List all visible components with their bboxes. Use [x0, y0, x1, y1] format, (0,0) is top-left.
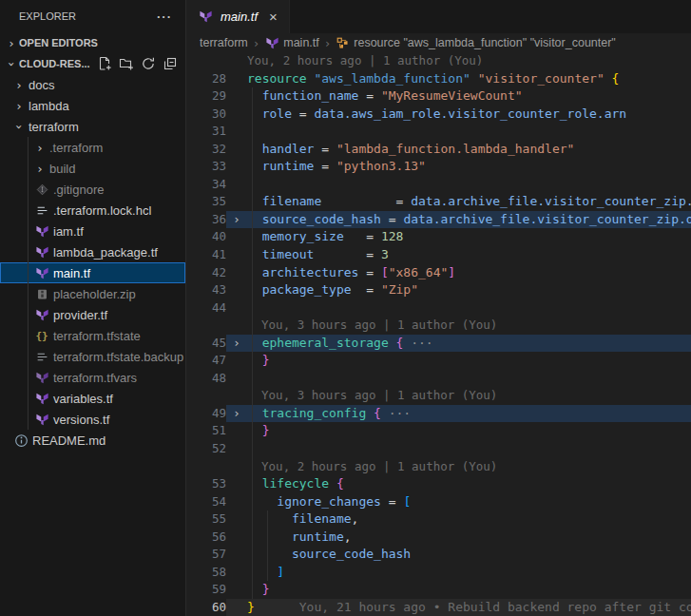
fold-column — [226, 264, 247, 282]
editor-line-59[interactable]: 59 } — [186, 581, 691, 599]
editor-line-41[interactable]: 41 timeout = 3 — [186, 246, 691, 264]
fold-column — [226, 299, 247, 318]
code-line: runtime = "python3.13" — [247, 158, 691, 176]
editor-line-57[interactable]: 57 source_code_hash — [186, 546, 691, 564]
editor-line-60[interactable]: 60} You, 21 hours ago • Rebuild backend … — [186, 599, 691, 616]
new-file-icon[interactable] — [97, 56, 112, 71]
editor-line-31[interactable]: 31 — [186, 123, 691, 141]
editor-line-42[interactable]: 42 architectures = ["x86_64"] — [186, 264, 691, 282]
code-line: source_code_hash = data.archive_file.vis… — [247, 211, 691, 229]
editor-line-55[interactable]: 55 filename, — [186, 510, 691, 529]
code-line: You, 3 hours ago | 1 author (You) — [247, 317, 691, 335]
new-folder-icon[interactable] — [119, 56, 134, 71]
line-body: › source_code_hash = data.archive_file.v… — [226, 211, 691, 229]
editor-line-58[interactable]: 58 ] — [186, 564, 691, 582]
tab-main-tf[interactable]: main.tf × — [186, 0, 290, 33]
token-attr: architectures — [247, 265, 358, 279]
token-kw: resource — [247, 71, 307, 86]
editor-line-49[interactable]: 49› tracing_config { ··· — [186, 405, 691, 423]
editor-line-45[interactable]: 45› ephemeral_storage { ··· — [186, 335, 691, 353]
code-line: ignore_changes = [ — [247, 493, 691, 511]
tab-title: main.tf — [221, 10, 258, 24]
breadcrumb-label: terraform — [200, 36, 248, 49]
token-op: = — [321, 194, 411, 208]
line-number: 32 — [186, 141, 226, 159]
token-op: = — [292, 106, 314, 121]
code-editor[interactable]: You, 2 hours ago | 1 author (You)28resou… — [186, 52, 691, 616]
token-attr: handler — [247, 142, 314, 156]
line-body: timeout = 3 — [226, 246, 691, 264]
line-body — [226, 370, 691, 388]
tree-item-docs[interactable]: ›docs — [0, 74, 185, 95]
editor-line-56[interactable]: 56 runtime, — [186, 529, 691, 547]
chevron-down-icon: › — [12, 119, 27, 134]
terraform-icon — [32, 244, 51, 260]
line-body: runtime = "python3.13" — [226, 158, 691, 176]
editor-line-36[interactable]: 36› source_code_hash = data.archive_file… — [186, 211, 691, 229]
editor-line-34[interactable]: 34 — [186, 176, 691, 194]
editor-line-30[interactable]: 30 role = data.aws_iam_role.visitor_coun… — [186, 106, 691, 124]
token-attr: data.aws_iam_role.visitor_counter_role.a… — [314, 106, 626, 121]
line-body: memory_size = 128 — [226, 228, 691, 246]
line-number: 42 — [186, 264, 226, 282]
workspace-section-header[interactable]: › CLOUD-RES... — [0, 53, 185, 74]
fold-column — [226, 70, 247, 88]
fold-column — [226, 510, 247, 529]
token-op: = — [352, 282, 381, 297]
token-attr: package_type — [247, 282, 352, 297]
breadcrumb-item-folder[interactable]: terraform — [200, 36, 248, 49]
more-actions-icon[interactable]: ··· — [157, 10, 172, 24]
refresh-icon[interactable] — [141, 56, 156, 71]
breadcrumb-item-file[interactable]: main.tf — [264, 35, 319, 50]
line-number: 30 — [186, 106, 226, 124]
collapse-all-icon[interactable] — [163, 56, 178, 71]
token-attr: role — [247, 106, 292, 121]
terraform-icon — [32, 391, 51, 406]
code-line — [247, 176, 691, 194]
fold-chevron-icon[interactable]: › — [226, 335, 247, 353]
line-number — [186, 52, 226, 70]
token-num: 128 — [381, 229, 403, 243]
line-body — [226, 299, 691, 318]
fold-chevron-icon[interactable]: › — [226, 211, 247, 229]
editor-line-33[interactable]: 33 runtime = "python3.13" — [186, 158, 691, 176]
tree-item-terraform[interactable]: ›terraform — [0, 116, 185, 137]
tree-item-label: provider.tf — [53, 308, 107, 322]
editor-line-53[interactable]: 53 lifecycle { — [186, 475, 691, 493]
editor-line-35[interactable]: 35 filename = data.archive_file.visitor_… — [186, 193, 691, 211]
tree-item-readme-md[interactable]: README.md — [0, 430, 185, 451]
editor-line-44[interactable]: 44 — [186, 299, 691, 318]
tree-item-label: terraform.tfstate — [53, 329, 141, 343]
fold-chevron-icon[interactable]: › — [226, 405, 247, 423]
editor-line-51[interactable]: 51 } — [186, 422, 691, 440]
fold-column — [226, 123, 247, 141]
editor-line-29[interactable]: 29 function_name = "MyResumeViewCount" — [186, 87, 691, 106]
token-kw: lifecycle — [247, 476, 329, 491]
editor-line-43[interactable]: 43 package_type = "Zip" — [186, 281, 691, 299]
token-kw: ephemeral_storage — [247, 336, 389, 350]
editor-line-48[interactable]: 48 — [186, 370, 691, 388]
token-attr: data.archive_file.visitor_counter_zip.ou — [403, 212, 691, 226]
open-editors-section[interactable]: › OPEN EDITORS — [0, 32, 185, 53]
code-line: ] — [247, 564, 691, 582]
fold-column — [226, 246, 247, 264]
editor-line-54[interactable]: 54 ignore_changes = [ — [186, 493, 691, 511]
fold-column — [226, 529, 247, 547]
token-op: = — [358, 265, 380, 279]
editor-line-47[interactable]: 47 } — [186, 352, 691, 370]
close-icon[interactable]: × — [267, 8, 279, 26]
breadcrumb-item-symbol[interactable]: resource "aws_lambda_function" "visitor_… — [336, 35, 616, 50]
code-line: filename = data.archive_file.visitor_cou… — [247, 193, 691, 211]
editor-line-52[interactable]: 52 — [186, 440, 691, 458]
tree-item-lambda[interactable]: ›lambda — [0, 95, 185, 116]
token-dots: ··· — [381, 406, 411, 420]
editor-line-28[interactable]: 28resource "aws_lambda_function" "visito… — [186, 70, 691, 88]
line-number: 45 — [186, 335, 226, 353]
editor-line-40[interactable]: 40 memory_size = 128 — [186, 228, 691, 246]
tree-item-label: terraform — [29, 120, 79, 134]
blame-text: You, 2 hours ago | 1 author (You) — [247, 53, 483, 67]
fold-column — [226, 52, 247, 70]
editor-line-32[interactable]: 32 handler = "lambda_function.lambda_han… — [186, 141, 691, 159]
line-number: 44 — [186, 299, 226, 318]
line-body — [226, 123, 691, 141]
